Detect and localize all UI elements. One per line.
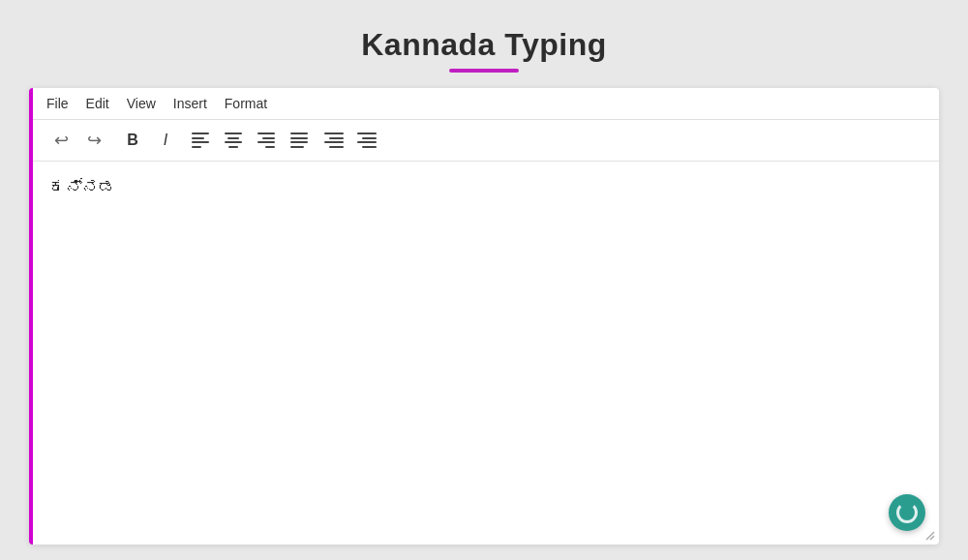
page-title-container: Kannada Typing — [361, 27, 607, 73]
format-group: B I — [118, 126, 180, 155]
editor-container: File Edit View Insert Format ↩ ↪ B I — [29, 88, 939, 545]
page-title: Kannada Typing — [361, 27, 607, 63]
editor-textarea[interactable]: ಕನ್ನಡ — [33, 162, 939, 545]
align-center-icon — [225, 133, 242, 148]
toolbar: ↩ ↪ B I — [33, 120, 939, 162]
align-group — [186, 126, 314, 155]
chat-button[interactable] — [889, 494, 925, 531]
undo-redo-group: ↩ ↪ — [46, 126, 108, 155]
indent-decrease-icon — [324, 133, 344, 148]
align-justify-icon — [290, 133, 308, 148]
resize-handle[interactable] — [923, 529, 937, 543]
align-left-button[interactable] — [186, 126, 215, 155]
italic-button[interactable]: I — [151, 126, 180, 155]
menu-insert[interactable]: Insert — [173, 96, 207, 111]
svg-line-1 — [930, 536, 934, 540]
undo-icon: ↩ — [54, 130, 69, 151]
align-justify-button[interactable] — [285, 126, 314, 155]
redo-icon: ↪ — [87, 130, 102, 151]
menu-file[interactable]: File — [46, 96, 69, 111]
title-underline — [449, 69, 519, 73]
indent-group — [319, 126, 381, 155]
bold-button[interactable]: B — [118, 126, 147, 155]
align-right-icon — [257, 133, 275, 148]
menu-format[interactable]: Format — [225, 96, 267, 111]
indent-decrease-button[interactable] — [319, 126, 348, 155]
indent-increase-button[interactable] — [352, 126, 381, 155]
menu-view[interactable]: View — [127, 96, 156, 111]
svg-line-0 — [926, 532, 934, 540]
redo-button[interactable]: ↪ — [79, 126, 108, 155]
align-left-icon — [192, 133, 209, 148]
undo-button[interactable]: ↩ — [46, 126, 76, 155]
editor-text: ಕನ್ನಡ — [48, 177, 115, 196]
bold-label: B — [127, 132, 138, 149]
align-center-button[interactable] — [219, 126, 248, 155]
italic-label: I — [164, 132, 167, 149]
menu-edit[interactable]: Edit — [86, 96, 109, 111]
chat-button-icon — [896, 502, 918, 523]
resize-icon — [924, 530, 936, 542]
align-right-button[interactable] — [252, 126, 281, 155]
menu-bar: File Edit View Insert Format — [33, 88, 939, 120]
indent-increase-icon — [357, 133, 377, 148]
